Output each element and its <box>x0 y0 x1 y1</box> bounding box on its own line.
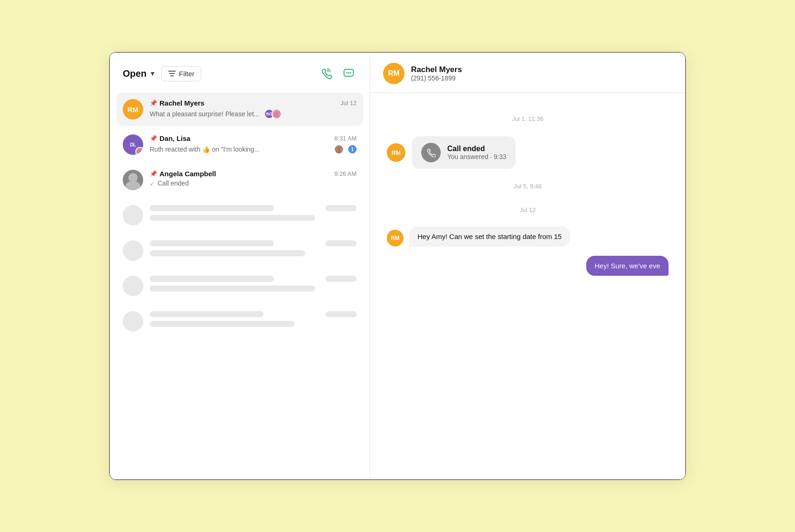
skeleton-content-4 <box>150 311 357 327</box>
conversation-item-dan-lisa[interactable]: DL 📌 Dan, Lisa 8:31 AM R <box>116 128 363 161</box>
skeleton-line-name-4 <box>150 311 264 317</box>
conv-name-dan-lisa: 📌 Dan, Lisa <box>150 134 191 142</box>
skeleton-content-3 <box>150 276 357 292</box>
skeleton-line-time-2 <box>325 240 357 246</box>
skeleton-top-3 <box>150 276 357 282</box>
chevron-down-icon: ▼ <box>149 70 156 77</box>
svg-point-9 <box>139 149 141 152</box>
conv-name-angela: 📌 Angela Campbell <box>150 170 216 178</box>
right-header: RM Rachel Myers (291) 556-1899 <box>370 53 685 93</box>
skeleton-line-preview-4 <box>150 321 295 327</box>
conv-content-rachel: 📌 Rachel Myers Jul 12 What a pleasant su… <box>150 99 357 119</box>
conv-top-dan-lisa: 📌 Dan, Lisa 8:31 AM <box>150 134 357 142</box>
call-bubble: Call ended You answered · 9:33 <box>412 136 516 169</box>
avatar-incoming: RM <box>387 230 404 246</box>
skeleton-content-1 <box>150 205 357 221</box>
date-divider-jul5: Jul 5, 9:48 <box>387 183 669 190</box>
svg-point-7 <box>275 111 278 115</box>
chat-icon-button[interactable] <box>341 66 357 81</box>
svg-point-10 <box>137 153 142 155</box>
pin-icon-angela: 📌 <box>150 170 157 177</box>
conv-content-dan-lisa: 📌 Dan, Lisa 8:31 AM Ruth reacted with 👍 … <box>150 134 357 154</box>
conv-time-dan-lisa: 8:31 AM <box>334 135 357 142</box>
left-header: Open ▼ Filter <box>110 53 370 90</box>
mini-avatar-photo <box>272 109 282 119</box>
chat-bubble-incoming: Hey Amy! Can we set the starting date fr… <box>409 226 570 246</box>
conv-name-rachel: 📌 Rachel Myers <box>150 99 205 107</box>
header-icons <box>318 66 357 81</box>
conversation-item-angela[interactable]: 📌 Angela Campbell 9:26 AM ↙ Call ended <box>116 163 363 197</box>
call-info: Call ended You answered · 9:33 <box>447 145 506 160</box>
call-subtitle: You answered · 9:33 <box>447 153 506 160</box>
svg-point-14 <box>126 181 140 190</box>
skeleton-line-preview-3 <box>150 286 315 292</box>
conv-preview-dan-lisa: Ruth reacted with 👍 on "I'm looking... 1 <box>150 144 357 154</box>
svg-point-5 <box>348 72 350 73</box>
date-divider-jul12: Jul 12 <box>387 206 669 213</box>
skeleton-content-2 <box>150 240 357 256</box>
pin-icon-rachel: 📌 <box>150 100 157 106</box>
svg-point-8 <box>273 115 279 119</box>
avatar-rachel: RM <box>123 99 143 120</box>
skeleton-line-preview-1 <box>150 215 315 221</box>
conv-content-angela: 📌 Angela Campbell 9:26 AM ↙ Call ended <box>150 170 357 187</box>
skeleton-item-4 <box>116 305 363 338</box>
left-panel: Open ▼ Filter <box>110 53 370 479</box>
skeleton-top-2 <box>150 240 357 246</box>
filter-button[interactable]: Filter <box>161 66 201 81</box>
open-label: Open <box>123 68 146 79</box>
skeleton-avatar-2 <box>123 240 143 261</box>
svg-rect-0 <box>168 71 176 72</box>
skeleton-line-time-1 <box>325 205 357 211</box>
call-icon-circle <box>421 143 441 162</box>
avatar-contact: RM <box>383 63 404 84</box>
conv-preview-angela: ↙ Call ended <box>150 180 357 187</box>
pin-icon-dan-lisa: 📌 <box>150 135 157 142</box>
skeleton-line-name-1 <box>150 205 274 211</box>
svg-point-12 <box>336 150 342 154</box>
skeleton-line-time-4 <box>325 311 357 317</box>
chat-area: Jul 1, 11:36 RM Call ended You answ <box>370 93 685 479</box>
skeleton-top-4 <box>150 311 357 317</box>
conv-top-rachel: 📌 Rachel Myers Jul 12 <box>150 99 357 107</box>
call-ended-arrow: ↙ <box>150 180 155 187</box>
svg-point-6 <box>350 72 351 73</box>
conv-top-angela: 📌 Angela Campbell 9:26 AM <box>150 170 357 178</box>
conversation-list: RM 📌 Rachel Myers Jul 12 What a pleasant… <box>110 90 370 479</box>
skeleton-line-name-2 <box>150 240 274 246</box>
skeleton-top-1 <box>150 205 357 211</box>
skeleton-avatar-4 <box>123 311 143 332</box>
avatar-dan-lisa: DL <box>123 134 143 155</box>
skeleton-line-time-3 <box>325 276 357 282</box>
svg-point-11 <box>337 146 341 150</box>
open-dropdown-button[interactable]: Open ▼ <box>123 68 156 79</box>
chat-message-outgoing-row: Hey! Sure, we've eve <box>387 256 669 276</box>
contact-name: Rachel Myers <box>411 65 672 74</box>
conversation-item-rachel[interactable]: RM 📌 Rachel Myers Jul 12 What a pleasant… <box>116 93 363 126</box>
contact-phone: (291) 556-1899 <box>411 74 672 82</box>
svg-point-4 <box>346 72 348 73</box>
date-divider-jul1: Jul 1, 11:36 <box>387 115 669 122</box>
call-title: Call ended <box>447 145 506 153</box>
conv-preview-rachel: What a pleasant surprise! Please let... … <box>150 109 357 119</box>
skeleton-avatar-1 <box>123 205 143 226</box>
chat-message-incoming: RM Hey Amy! Can we set the starting date… <box>387 226 669 246</box>
phone-icon-button[interactable] <box>318 66 334 81</box>
avatar-overlay <box>135 147 143 155</box>
right-panel: RM Rachel Myers (291) 556-1899 Jul 1, 11… <box>370 53 685 479</box>
skeleton-line-name-3 <box>150 276 274 282</box>
contact-info: Rachel Myers (291) 556-1899 <box>411 65 672 82</box>
chat-bubble-outgoing: Hey! Sure, we've eve <box>586 256 669 276</box>
filter-icon <box>168 70 176 78</box>
unread-badge-dan-lisa: 1 <box>348 145 357 153</box>
skeleton-avatar-3 <box>123 276 143 296</box>
skeleton-item-2 <box>116 234 363 267</box>
svg-rect-1 <box>169 73 175 74</box>
mini-avatar-react <box>334 144 344 154</box>
avatar-angela <box>123 170 143 190</box>
skeleton-item-3 <box>116 269 363 303</box>
conv-time-rachel: Jul 12 <box>340 100 357 106</box>
svg-rect-2 <box>170 75 174 76</box>
avatar-call-sender: RM <box>387 143 405 162</box>
skeleton-item-1 <box>116 199 363 232</box>
